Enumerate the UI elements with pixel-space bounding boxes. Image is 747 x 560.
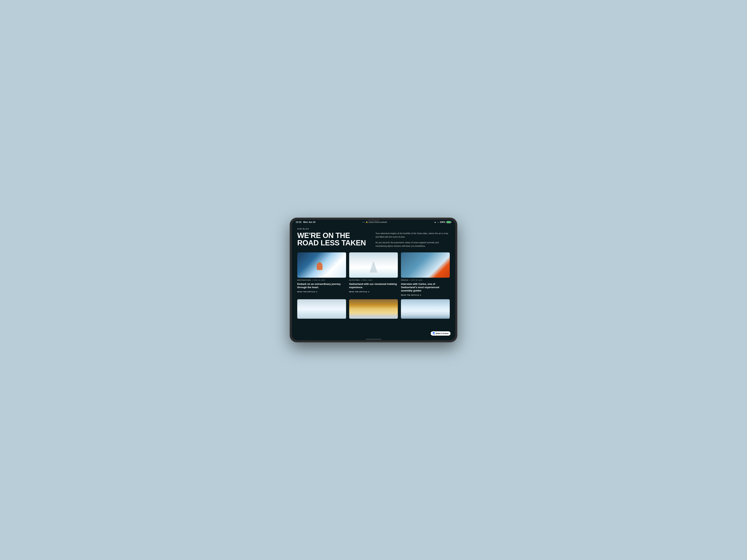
wifi-icon: ⌂ bbox=[437, 221, 439, 223]
bottom-card-3[interactable] bbox=[401, 299, 450, 319]
battery-pct: 100% bbox=[440, 221, 445, 223]
bottom-indicator bbox=[292, 338, 455, 340]
tab-dot-1 bbox=[362, 222, 363, 222]
read-article-link-3[interactable]: READ THE ARTICLE bbox=[401, 294, 450, 296]
blog-section-label: OUR BLOG bbox=[297, 228, 450, 230]
url-bar[interactable]: 🔒 suisse.framer.website bbox=[366, 221, 387, 223]
framer-badge[interactable]: Made in Framer bbox=[431, 331, 450, 336]
hero-description: Your adventure begins at the foothills o… bbox=[376, 232, 450, 248]
bottom-grid bbox=[297, 299, 450, 319]
article-card-3[interactable]: PEOPLE OCT 15, 2024 Interview with Carle… bbox=[401, 252, 450, 296]
hero-title-area: WE'RE ON THE ROAD LESS TAKEN bbox=[297, 232, 371, 248]
article-image-mountaineer bbox=[401, 252, 450, 278]
status-time-date: 13:15 Mon Jun 10 bbox=[296, 221, 315, 223]
status-bar: 13:15 Mon Jun 10 🔒 suisse.framer.website… bbox=[292, 220, 455, 224]
article-meta-2: ACTIVITIES FEB 1, 2024 bbox=[349, 279, 398, 281]
article-image-mountains bbox=[401, 299, 450, 319]
article-title-3: Interview with Carles, one of Switzerlan… bbox=[401, 283, 450, 292]
tab-dot-2 bbox=[363, 222, 364, 222]
battery-body bbox=[446, 221, 451, 223]
read-article-link-1[interactable]: READ THE ARTICLE bbox=[297, 291, 346, 293]
article-image-snow-tree bbox=[349, 252, 398, 278]
article-category-2: ACTIVITIES bbox=[349, 279, 360, 281]
article-image-woman bbox=[349, 299, 398, 319]
article-date-2: FEB 1, 2024 bbox=[363, 279, 372, 281]
article-category-3: PEOPLE bbox=[401, 279, 408, 281]
article-meta-1: DESTINATIONS NOV 12, 2023 bbox=[297, 279, 346, 281]
framer-logo-icon bbox=[433, 332, 435, 335]
signal-icon: ▲ bbox=[434, 221, 436, 223]
status-right: ▲ ⌂ 100% bbox=[434, 221, 451, 223]
article-category-1: DESTINATIONS bbox=[297, 279, 311, 281]
battery-tip bbox=[451, 222, 451, 223]
hero-desc-p2: As you ascend, the panoramic vistas of s… bbox=[376, 241, 450, 248]
url-text: suisse.framer.website bbox=[368, 221, 387, 223]
lock-icon: 🔒 bbox=[366, 221, 368, 223]
date: Mon Jun 10 bbox=[303, 221, 315, 223]
article-card-1[interactable]: DESTINATIONS NOV 12, 2023 Embark on an e… bbox=[297, 252, 346, 296]
tab-dot-3 bbox=[364, 222, 365, 222]
battery-fill bbox=[447, 221, 450, 223]
main-content[interactable]: OUR BLOG WE'RE ON THE ROAD LESS TAKEN Yo… bbox=[292, 224, 455, 338]
article-meta-3: PEOPLE OCT 15, 2024 bbox=[401, 279, 450, 281]
article-image-skiing bbox=[297, 252, 346, 278]
articles-grid: DESTINATIONS NOV 12, 2023 Embark on an e… bbox=[297, 252, 450, 296]
article-card-2[interactable]: ACTIVITIES FEB 1, 2024 Switzerland with … bbox=[349, 252, 398, 296]
article-dot-1 bbox=[312, 280, 313, 281]
article-title-1: Embark on an extraordinary journey throu… bbox=[297, 283, 346, 289]
battery-indicator bbox=[446, 221, 451, 223]
bottom-card-2[interactable] bbox=[349, 299, 398, 319]
status-center: 🔒 suisse.framer.website bbox=[362, 221, 387, 223]
article-date-3: OCT 15, 2024 bbox=[411, 279, 422, 281]
tab-indicators bbox=[362, 222, 365, 222]
framer-badge-label: Made in Framer bbox=[436, 332, 448, 335]
tablet-frame: 13:15 Mon Jun 10 🔒 suisse.framer.website… bbox=[290, 218, 457, 342]
article-image-winter-house bbox=[297, 299, 346, 319]
hero-desc-p1: Your adventure begins at the foothills o… bbox=[376, 232, 450, 239]
volume-button bbox=[290, 255, 290, 263]
screen: 13:15 Mon Jun 10 🔒 suisse.framer.website… bbox=[292, 220, 455, 340]
hero-title: WE'RE ON THE ROAD LESS TAKEN bbox=[297, 232, 371, 246]
article-dot-2 bbox=[361, 280, 361, 281]
power-button bbox=[457, 251, 457, 263]
bottom-card-1[interactable] bbox=[297, 299, 346, 319]
article-dot-3 bbox=[410, 280, 410, 281]
article-date-1: NOV 12, 2023 bbox=[314, 279, 325, 281]
read-article-link-2[interactable]: READ THE ARTICLE bbox=[349, 291, 398, 293]
hero-section: WE'RE ON THE ROAD LESS TAKEN Your advent… bbox=[297, 232, 450, 248]
time: 13:15 bbox=[296, 221, 301, 223]
article-title-2: Switzerland with our renowned trekking e… bbox=[349, 283, 398, 289]
home-indicator bbox=[366, 339, 381, 340]
